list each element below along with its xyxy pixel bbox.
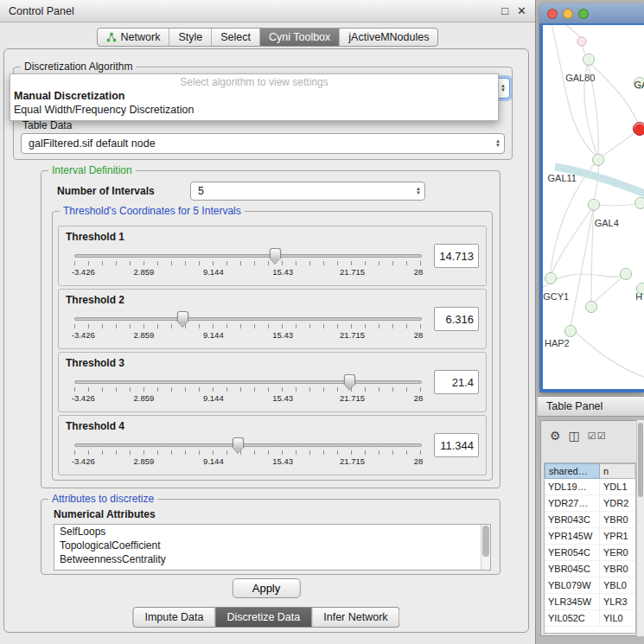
slider-scale-label: 15.43	[272, 393, 293, 403]
table-panel-title: Table Panel	[546, 400, 603, 412]
network-node-label: GAL4	[595, 218, 619, 228]
control-panel-titlebar[interactable]: Control Panel □ ✕	[0, 0, 535, 22]
threshold-label: Threshold 2	[66, 294, 124, 306]
threshold-slider[interactable]: -3.4262.8599.14415.4321.71528	[74, 247, 422, 284]
interval-definition-group: Interval Definition Number of Intervals …	[41, 170, 501, 488]
tab-style[interactable]: Style	[169, 29, 211, 46]
threshold-slider[interactable]: -3.4262.8599.14415.4321.71528	[74, 437, 422, 473]
num-intervals-combo[interactable]: 5 ▲▼	[190, 182, 425, 201]
list-item[interactable]: SelfLoops	[54, 525, 490, 539]
network-node[interactable]	[620, 268, 632, 280]
network-node-label: GA	[634, 80, 644, 90]
gear-icon[interactable]: ⚙	[550, 430, 561, 442]
stepper-icon: ▲▼	[495, 139, 501, 148]
num-intervals-label: Number of Intervals	[57, 185, 155, 197]
table-scrollbar[interactable]	[636, 420, 644, 636]
list-scrollbar[interactable]	[481, 525, 490, 570]
table-scrollbar-thumb[interactable]	[638, 423, 643, 497]
table-data-combo[interactable]: galFiltered.sif default node ▲▼	[21, 133, 505, 154]
table-row[interactable]: YDR27…YDR2	[545, 495, 635, 512]
table-row[interactable]: YBR045CYBR0	[545, 561, 635, 577]
network-node[interactable]	[583, 54, 595, 66]
tab-infer-network[interactable]: Infer Network	[312, 607, 399, 628]
network-node-label: GAL11	[548, 173, 577, 183]
table-row[interactable]: YLR345WYLR3	[545, 594, 635, 610]
slider-scale-label: 28	[414, 330, 424, 340]
table-row[interactable]: YBR043CYBR0	[545, 512, 635, 528]
group-title: Threshold's Coordinates for 5 Intervals	[60, 205, 245, 217]
tab-strip: Network Style Select Cyni Toolbox jActiv…	[0, 27, 535, 48]
table-row[interactable]: YDL19…YDL1	[545, 479, 635, 495]
network-node[interactable]	[592, 154, 604, 166]
numerical-attributes-heading: Numerical Attributes	[54, 508, 156, 520]
minimize-traffic-light-icon[interactable]	[563, 9, 573, 19]
tab-discretize-data[interactable]: Discretize Data	[216, 607, 313, 628]
group-title: Interval Definition	[48, 164, 136, 176]
table-cell: YBL079W	[545, 577, 600, 593]
threshold-slider[interactable]: -3.4262.8599.14415.4321.71528	[74, 310, 422, 347]
table-row[interactable]: YBL079WYBL0	[545, 577, 635, 594]
slider-track[interactable]	[74, 380, 422, 384]
slider-scale-label: 21.715	[340, 456, 365, 466]
window-title: Control Panel	[9, 5, 74, 17]
network-node[interactable]	[564, 325, 577, 337]
threshold-value-field[interactable]: 11.344	[434, 433, 479, 457]
slider-thumb[interactable]	[270, 248, 281, 258]
stepper-icon: ▲▼	[501, 84, 506, 92]
slider-track[interactable]	[74, 443, 422, 447]
list-item[interactable]: BetweennessCentrality	[54, 552, 490, 566]
minimize-icon[interactable]: □	[501, 4, 508, 17]
slider-thumb[interactable]	[233, 437, 244, 448]
list-scrollbar-thumb[interactable]	[482, 526, 489, 557]
table-row[interactable]: YPR145WYPR1	[545, 528, 635, 545]
threshold-value-field[interactable]: 6.316	[434, 307, 479, 331]
network-node[interactable]	[633, 122, 644, 136]
tab-impute-data[interactable]: Impute Data	[132, 607, 215, 628]
slider-scale-label: -3.426	[72, 393, 95, 403]
slider-ticks	[74, 387, 421, 392]
slider-scale-label: -3.426	[72, 330, 95, 340]
network-node[interactable]	[588, 199, 600, 211]
close-traffic-light-icon[interactable]	[547, 9, 558, 19]
slider-thumb[interactable]	[344, 374, 355, 385]
threshold-value-field[interactable]: 14.713	[434, 244, 479, 268]
popup-option-equal-width-frequency[interactable]: Equal Width/Frequency Discretization	[10, 103, 498, 117]
network-node[interactable]	[634, 197, 644, 209]
network-node[interactable]	[585, 301, 597, 313]
table-panel-titlebar[interactable]: Table Panel	[538, 396, 644, 417]
network-node[interactable]	[577, 36, 587, 46]
network-node[interactable]	[545, 272, 557, 284]
table-cell: YBR0	[600, 512, 635, 527]
zoom-traffic-light-icon[interactable]	[578, 9, 589, 19]
table-data-label: Table Data	[22, 119, 72, 131]
table-row[interactable]: YER054CYER0	[545, 545, 635, 561]
table-row[interactable]: YIL052CYIL0	[545, 610, 635, 627]
tab-cyni-toolbox[interactable]: Cyni Toolbox	[259, 29, 339, 46]
network-icon	[106, 32, 117, 42]
network-node-label: HAP2	[545, 338, 570, 348]
threshold-panel-4: Threshold 4 -3.4262.8599.14415.4321.7152…	[58, 415, 487, 475]
popup-option-manual-discretization[interactable]: Manual Discretization	[10, 89, 498, 103]
slider-track[interactable]	[74, 254, 422, 258]
tab-network[interactable]: Network	[98, 29, 169, 46]
slider-thumb[interactable]	[177, 311, 188, 322]
numerical-attributes-list[interactable]: SelfLoops TopologicalCoefficient Between…	[54, 524, 491, 571]
slider-ticks	[74, 450, 421, 455]
slider-scale-label: 21.715	[340, 330, 365, 340]
slider-track[interactable]	[74, 317, 422, 321]
close-icon[interactable]: ✕	[517, 4, 526, 17]
threshold-value-field[interactable]: 21.4	[434, 370, 479, 394]
columns-icon[interactable]: ◫	[569, 430, 580, 442]
tab-label: Network	[121, 31, 161, 43]
threshold-slider[interactable]: -3.4262.8599.14415.4321.71528	[74, 373, 422, 410]
window-titlebar[interactable]	[539, 3, 644, 23]
column-header-name[interactable]: n	[600, 463, 635, 479]
select-columns-icon[interactable]: ☑☑	[588, 430, 607, 442]
tab-select[interactable]: Select	[211, 29, 259, 46]
network-canvas[interactable]: GAL80GAGAL11GAL4GCY1HHAP2	[543, 25, 644, 389]
column-header-shared-name[interactable]: shared…	[545, 463, 600, 479]
tab-jactivemnodules[interactable]: jActiveMNodules	[339, 29, 437, 46]
slider-ticks	[74, 324, 421, 328]
list-item[interactable]: TopologicalCoefficient	[54, 539, 490, 552]
apply-button[interactable]: Apply	[233, 578, 301, 598]
